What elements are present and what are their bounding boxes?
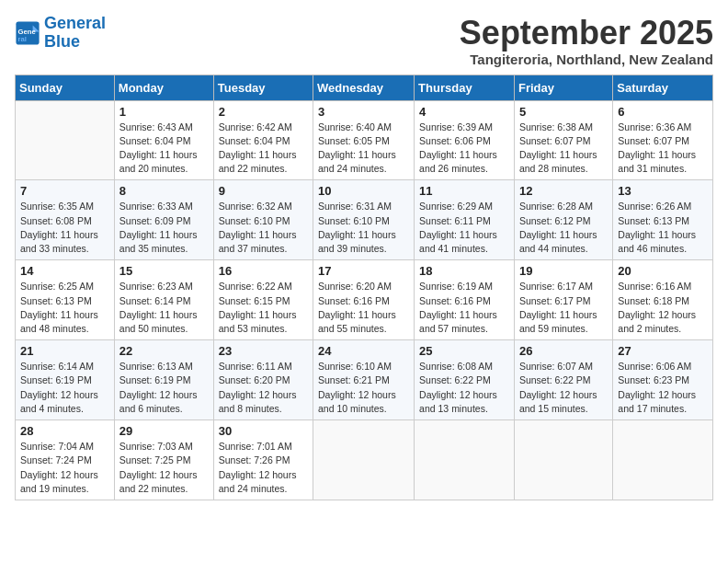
day-info: Sunrise: 7:04 AM Sunset: 7:24 PM Dayligh… (20, 440, 109, 496)
calendar-cell (16, 100, 115, 180)
calendar-cell: 16Sunrise: 6:22 AM Sunset: 6:15 PM Dayli… (213, 260, 313, 340)
calendar-cell: 29Sunrise: 7:03 AM Sunset: 7:25 PM Dayli… (114, 420, 213, 500)
calendar-table: SundayMondayTuesdayWednesdayThursdayFrid… (15, 75, 713, 500)
month-title: September 2025 (460, 15, 713, 52)
day-info: Sunrise: 6:31 AM Sunset: 6:10 PM Dayligh… (318, 200, 409, 256)
day-info: Sunrise: 6:13 AM Sunset: 6:19 PM Dayligh… (119, 360, 209, 416)
calendar-cell (613, 420, 713, 500)
page-header: Gene ral General Blue September 2025 Tan… (15, 15, 713, 67)
calendar-cell: 6Sunrise: 6:36 AM Sunset: 6:07 PM Daylig… (613, 100, 713, 180)
calendar-cell: 10Sunrise: 6:31 AM Sunset: 6:10 PM Dayli… (313, 180, 415, 260)
calendar-cell: 7Sunrise: 6:35 AM Sunset: 6:08 PM Daylig… (16, 180, 115, 260)
calendar-cell: 2Sunrise: 6:42 AM Sunset: 6:04 PM Daylig… (213, 100, 313, 180)
day-number: 19 (519, 264, 608, 278)
day-number: 2 (219, 105, 308, 119)
calendar-cell: 13Sunrise: 6:26 AM Sunset: 6:13 PM Dayli… (613, 180, 713, 260)
day-number: 13 (618, 184, 708, 198)
day-info: Sunrise: 6:43 AM Sunset: 6:04 PM Dayligh… (119, 121, 209, 177)
day-info: Sunrise: 6:39 AM Sunset: 6:06 PM Dayligh… (419, 121, 509, 177)
col-header-thursday: Thursday (415, 75, 515, 100)
calendar-cell: 9Sunrise: 6:32 AM Sunset: 6:10 PM Daylig… (213, 180, 313, 260)
day-info: Sunrise: 6:10 AM Sunset: 6:21 PM Dayligh… (318, 360, 409, 416)
day-info: Sunrise: 6:36 AM Sunset: 6:07 PM Dayligh… (618, 121, 708, 177)
calendar-week-4: 21Sunrise: 6:14 AM Sunset: 6:19 PM Dayli… (16, 340, 713, 420)
col-header-sunday: Sunday (16, 75, 115, 100)
day-info: Sunrise: 6:33 AM Sunset: 6:09 PM Dayligh… (119, 200, 209, 256)
calendar-week-5: 28Sunrise: 7:04 AM Sunset: 7:24 PM Dayli… (16, 420, 713, 500)
day-info: Sunrise: 7:03 AM Sunset: 7:25 PM Dayligh… (119, 440, 209, 496)
day-info: Sunrise: 7:01 AM Sunset: 7:26 PM Dayligh… (219, 440, 308, 496)
svg-text:ral: ral (18, 35, 27, 43)
calendar-cell: 12Sunrise: 6:28 AM Sunset: 6:12 PM Dayli… (514, 180, 612, 260)
calendar-cell: 24Sunrise: 6:10 AM Sunset: 6:21 PM Dayli… (313, 340, 415, 420)
day-number: 29 (119, 424, 209, 438)
day-number: 24 (318, 344, 409, 358)
day-number: 12 (519, 184, 608, 198)
calendar-cell (514, 420, 612, 500)
day-number: 5 (519, 105, 608, 119)
calendar-cell: 5Sunrise: 6:38 AM Sunset: 6:07 PM Daylig… (514, 100, 612, 180)
col-header-friday: Friday (514, 75, 612, 100)
day-number: 21 (20, 344, 109, 358)
calendar-cell: 14Sunrise: 6:25 AM Sunset: 6:13 PM Dayli… (16, 260, 115, 340)
day-info: Sunrise: 6:20 AM Sunset: 6:16 PM Dayligh… (318, 280, 409, 336)
day-info: Sunrise: 6:16 AM Sunset: 6:18 PM Dayligh… (618, 280, 708, 336)
calendar-cell: 17Sunrise: 6:20 AM Sunset: 6:16 PM Dayli… (313, 260, 415, 340)
day-info: Sunrise: 6:17 AM Sunset: 6:17 PM Dayligh… (519, 280, 608, 336)
day-number: 6 (618, 105, 708, 119)
logo-line1: General (44, 14, 106, 32)
day-number: 25 (419, 344, 509, 358)
logo: Gene ral General Blue (15, 15, 106, 52)
day-info: Sunrise: 6:29 AM Sunset: 6:11 PM Dayligh… (419, 200, 509, 256)
day-number: 3 (318, 105, 409, 119)
calendar-cell: 26Sunrise: 6:07 AM Sunset: 6:22 PM Dayli… (514, 340, 612, 420)
calendar-cell: 15Sunrise: 6:23 AM Sunset: 6:14 PM Dayli… (114, 260, 213, 340)
day-info: Sunrise: 6:35 AM Sunset: 6:08 PM Dayligh… (20, 200, 109, 256)
calendar-cell: 28Sunrise: 7:04 AM Sunset: 7:24 PM Dayli… (16, 420, 115, 500)
logo-line2: Blue (44, 33, 106, 52)
day-number: 15 (119, 264, 209, 278)
day-info: Sunrise: 6:42 AM Sunset: 6:04 PM Dayligh… (219, 121, 308, 177)
logo-icon: Gene ral (15, 20, 40, 46)
day-info: Sunrise: 6:26 AM Sunset: 6:13 PM Dayligh… (618, 200, 708, 256)
day-info: Sunrise: 6:08 AM Sunset: 6:22 PM Dayligh… (419, 360, 509, 416)
calendar-cell: 25Sunrise: 6:08 AM Sunset: 6:22 PM Dayli… (415, 340, 515, 420)
calendar-cell (415, 420, 515, 500)
day-number: 18 (419, 264, 509, 278)
col-header-wednesday: Wednesday (313, 75, 415, 100)
day-info: Sunrise: 6:25 AM Sunset: 6:13 PM Dayligh… (20, 280, 109, 336)
day-info: Sunrise: 6:14 AM Sunset: 6:19 PM Dayligh… (20, 360, 109, 416)
day-number: 10 (318, 184, 409, 198)
day-number: 22 (119, 344, 209, 358)
title-block: September 2025 Tangiteroria, Northland, … (460, 15, 713, 67)
calendar-cell: 4Sunrise: 6:39 AM Sunset: 6:06 PM Daylig… (415, 100, 515, 180)
day-number: 28 (20, 424, 109, 438)
day-info: Sunrise: 6:32 AM Sunset: 6:10 PM Dayligh… (219, 200, 308, 256)
day-number: 16 (219, 264, 308, 278)
calendar-cell (313, 420, 415, 500)
location-subtitle: Tangiteroria, Northland, New Zealand (460, 52, 713, 67)
calendar-header: SundayMondayTuesdayWednesdayThursdayFrid… (16, 75, 713, 100)
day-info: Sunrise: 6:40 AM Sunset: 6:05 PM Dayligh… (318, 121, 409, 177)
calendar-week-2: 7Sunrise: 6:35 AM Sunset: 6:08 PM Daylig… (16, 180, 713, 260)
day-number: 14 (20, 264, 109, 278)
day-number: 27 (618, 344, 708, 358)
calendar-cell: 11Sunrise: 6:29 AM Sunset: 6:11 PM Dayli… (415, 180, 515, 260)
logo-text: General Blue (44, 15, 106, 52)
day-number: 17 (318, 264, 409, 278)
day-info: Sunrise: 6:28 AM Sunset: 6:12 PM Dayligh… (519, 200, 608, 256)
day-number: 8 (119, 184, 209, 198)
calendar-cell: 19Sunrise: 6:17 AM Sunset: 6:17 PM Dayli… (514, 260, 612, 340)
day-number: 9 (219, 184, 308, 198)
day-number: 11 (419, 184, 509, 198)
day-info: Sunrise: 6:22 AM Sunset: 6:15 PM Dayligh… (219, 280, 308, 336)
calendar-cell: 22Sunrise: 6:13 AM Sunset: 6:19 PM Dayli… (114, 340, 213, 420)
day-info: Sunrise: 6:06 AM Sunset: 6:23 PM Dayligh… (618, 360, 708, 416)
day-info: Sunrise: 6:07 AM Sunset: 6:22 PM Dayligh… (519, 360, 608, 416)
calendar-cell: 8Sunrise: 6:33 AM Sunset: 6:09 PM Daylig… (114, 180, 213, 260)
day-number: 7 (20, 184, 109, 198)
day-number: 20 (618, 264, 708, 278)
day-info: Sunrise: 6:11 AM Sunset: 6:20 PM Dayligh… (219, 360, 308, 416)
calendar-cell: 3Sunrise: 6:40 AM Sunset: 6:05 PM Daylig… (313, 100, 415, 180)
calendar-cell: 21Sunrise: 6:14 AM Sunset: 6:19 PM Dayli… (16, 340, 115, 420)
